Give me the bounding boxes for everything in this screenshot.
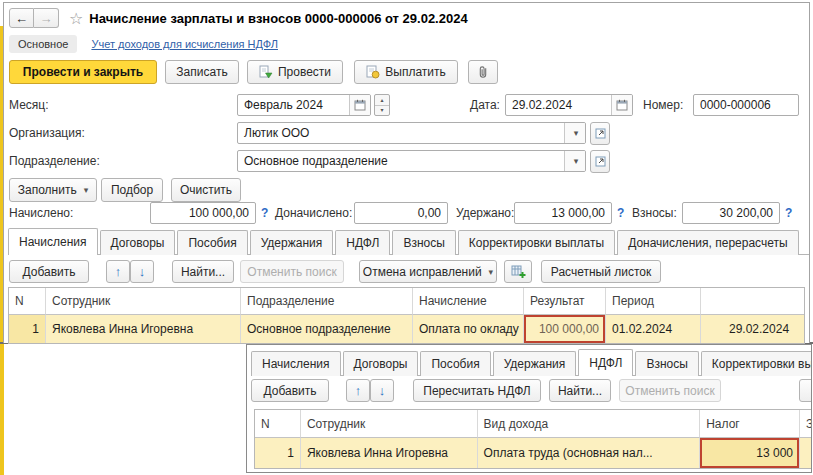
- pay-button[interactable]: Выплатить: [354, 60, 458, 84]
- cancel-search-button[interactable]: Отменить поиск: [240, 260, 344, 283]
- tab-payment-corrections[interactable]: Корректировки выплаты: [458, 230, 615, 255]
- spin-down-icon[interactable]: ▾: [375, 106, 389, 116]
- overlay-move-down-button[interactable]: ↓: [370, 379, 394, 402]
- number-field[interactable]: 0000-000006: [693, 94, 799, 116]
- undo-fixes-button[interactable]: Отмена исправлений▾: [359, 260, 497, 283]
- cell-employee[interactable]: Яковлева Инна Игоревна: [301, 438, 478, 468]
- tab-contributions[interactable]: Взносы: [392, 230, 455, 255]
- cell-department[interactable]: Основное подразделение: [241, 315, 413, 343]
- forward-button[interactable]: →: [34, 8, 59, 28]
- overlay-move-up-button[interactable]: ↑: [346, 379, 370, 402]
- additional-accrued-field[interactable]: 0,00: [354, 202, 448, 224]
- overlay-add-row-button[interactable]: Добавить: [251, 379, 329, 402]
- month-label: Месяц:: [9, 94, 49, 116]
- tab-ndfl[interactable]: НДФЛ: [335, 230, 390, 255]
- table-row[interactable]: 1 Яковлева Инна Игоревна Оплата труда (о…: [255, 438, 812, 468]
- overlay-cancel-search-button[interactable]: Отменить поиск: [619, 379, 721, 402]
- tab-contracts[interactable]: Договоры: [100, 230, 176, 255]
- department-field[interactable]: Основное подразделение ▾: [237, 150, 586, 172]
- overlay-tab-benefits[interactable]: Пособия: [420, 351, 490, 376]
- tab-recalculations[interactable]: Доначисления, перерасчеты: [617, 230, 798, 255]
- table-row[interactable]: 1 Яковлева Инна Игоревна Основное подраз…: [9, 315, 804, 343]
- department-open-button[interactable]: [590, 150, 610, 173]
- save-button[interactable]: Записать: [165, 60, 239, 84]
- accruals-table: N Сотрудник Подразделение Начисление Рез…: [8, 287, 805, 344]
- contributions-field[interactable]: 30 200,00: [682, 202, 780, 224]
- overlay-tab-payment-corrections[interactable]: Корректировки выплаты: [701, 351, 812, 376]
- arrow-down-icon: ↓: [379, 383, 386, 398]
- cell-row-number[interactable]: 1: [255, 438, 301, 468]
- tab-accruals[interactable]: Начисления: [8, 228, 98, 255]
- overlay-tab-ndfl[interactable]: НДФЛ: [578, 349, 633, 376]
- accrued-label: Начислено:: [9, 202, 73, 224]
- accrued-field[interactable]: 100 000,00: [150, 202, 256, 224]
- fill-button[interactable]: Заполнить▾: [9, 178, 97, 202]
- column-header-cut[interactable]: З: [800, 410, 812, 438]
- column-header-income-type[interactable]: Вид дохода: [478, 410, 701, 438]
- column-header-tax[interactable]: Налог: [700, 410, 800, 438]
- cell-income-type[interactable]: Оплата труда (основная нал...: [478, 438, 701, 468]
- calendar-icon[interactable]: [349, 95, 370, 115]
- add-row-button[interactable]: Добавить: [9, 260, 89, 283]
- attachments-button[interactable]: [468, 60, 498, 84]
- month-field[interactable]: Февраль 2024: [237, 94, 371, 116]
- cell-employee[interactable]: Яковлева Инна Игоревна: [46, 315, 241, 343]
- overlay-tabbar: Начисления Договоры Пособия Удержания НД…: [251, 350, 811, 376]
- post-button[interactable]: Провести: [247, 60, 343, 84]
- contributions-help-icon[interactable]: ?: [785, 202, 792, 224]
- cell-tax-annotated[interactable]: 13 000: [700, 438, 800, 468]
- month-stepper[interactable]: ▴ ▾: [374, 94, 390, 116]
- organization-field[interactable]: Лютик ООО ▾: [237, 122, 586, 144]
- chevron-down-icon: ▾: [84, 185, 89, 195]
- cell-result-annotated[interactable]: 100 000,00: [524, 315, 606, 343]
- chevron-down-icon[interactable]: ▾: [564, 151, 585, 171]
- cell-accrual[interactable]: Оплата по окладу: [413, 315, 524, 343]
- date-field[interactable]: 29.02.2024: [505, 94, 633, 116]
- column-header-department[interactable]: Подразделение: [241, 288, 413, 315]
- overlay-tab-accruals[interactable]: Начисления: [251, 351, 341, 376]
- column-header-result[interactable]: Результат: [524, 288, 606, 315]
- tab-deductions[interactable]: Удержания: [250, 230, 334, 255]
- overlay-tab-contributions[interactable]: Взносы: [635, 351, 698, 376]
- overlay-find-button[interactable]: Найти...: [549, 379, 611, 402]
- accrued-help-icon[interactable]: ?: [261, 202, 268, 224]
- column-header-accrual[interactable]: Начисление: [413, 288, 524, 315]
- move-down-button[interactable]: ↓: [130, 260, 154, 283]
- save-label: Записать: [176, 65, 227, 79]
- nav-link-ndfl-income[interactable]: Учет доходов для исчисления НДФЛ: [91, 38, 278, 50]
- pick-button[interactable]: Подбор: [101, 178, 163, 202]
- overlay-tab-deductions[interactable]: Удержания: [493, 351, 577, 376]
- clear-button[interactable]: Очистить: [171, 178, 241, 202]
- cut-off-button[interactable]: [799, 379, 812, 402]
- column-header-n[interactable]: N: [255, 410, 301, 438]
- column-header-employee[interactable]: Сотрудник: [301, 410, 478, 438]
- chevron-down-icon[interactable]: ▾: [564, 123, 585, 143]
- withheld-help-icon[interactable]: ?: [617, 202, 624, 224]
- back-button[interactable]: ←: [9, 8, 34, 28]
- find-button[interactable]: Найти...: [172, 260, 234, 283]
- favorite-star-icon[interactable]: ☆: [69, 9, 83, 28]
- cell-period-end[interactable]: 29.02.2024: [701, 315, 804, 343]
- number-label: Номер:: [643, 94, 683, 116]
- calendar-icon[interactable]: [611, 95, 632, 115]
- post-and-close-button[interactable]: Провести и закрыть: [9, 60, 157, 84]
- column-header-n[interactable]: N: [9, 288, 46, 315]
- cell-cut: [800, 438, 812, 468]
- cell-row-number[interactable]: 1: [9, 315, 46, 343]
- tab-benefits[interactable]: Пособия: [177, 230, 247, 255]
- column-header-period[interactable]: Период: [606, 288, 701, 315]
- organization-open-button[interactable]: [590, 122, 610, 145]
- pay-document-icon: [366, 65, 380, 79]
- column-header-employee[interactable]: Сотрудник: [46, 288, 241, 315]
- overlay-tab-contracts[interactable]: Договоры: [343, 351, 419, 376]
- table-settings-button[interactable]: [504, 260, 532, 283]
- recalc-ndfl-button[interactable]: Пересчитать НДФЛ: [413, 379, 541, 402]
- nav-item-main[interactable]: Основное: [9, 35, 77, 53]
- move-up-button[interactable]: ↑: [106, 260, 130, 283]
- paperclip-icon: [477, 65, 489, 79]
- withheld-field[interactable]: 13 000,00: [514, 202, 612, 224]
- date-label: Дата:: [470, 94, 500, 116]
- cell-period-start[interactable]: 01.02.2024: [606, 315, 701, 343]
- payslip-button[interactable]: Расчетный листок: [541, 260, 661, 283]
- spin-up-icon[interactable]: ▴: [375, 95, 389, 106]
